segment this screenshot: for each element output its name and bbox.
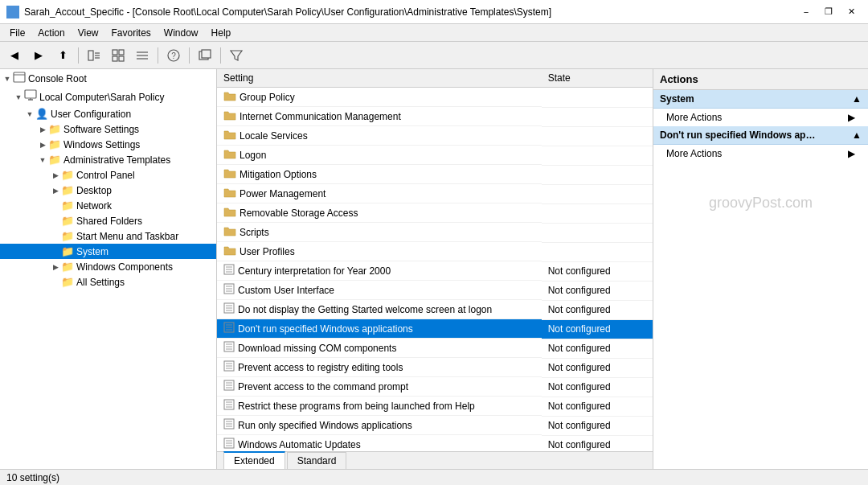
setting-cell: Locale Services: [217, 126, 542, 146]
state-cell: [542, 223, 653, 242]
setting-label: Don't run specified Windows applications: [238, 323, 413, 335]
menu-favorites[interactable]: Favorites: [105, 26, 158, 40]
tree-item-local-computer[interactable]: ▼ Local Computer\Sarah Policy: [0, 88, 216, 106]
up-button[interactable]: ⬆: [51, 45, 74, 66]
menu-action[interactable]: Action: [31, 26, 71, 40]
minimize-button[interactable]: −: [796, 4, 817, 20]
table-row[interactable]: Restrict these programs from being launc…: [217, 397, 653, 416]
table-row[interactable]: Prevent access to the command promptNot …: [217, 377, 653, 397]
view-button[interactable]: [107, 45, 129, 66]
table-row[interactable]: Century interpretation for Year 2000Not …: [217, 261, 653, 281]
tree-item-start-menu[interactable]: ▶ 📁 Start Menu and Taskbar: [0, 228, 216, 244]
tree-item-console-root[interactable]: ▼ Console Root: [0, 69, 216, 88]
back-button[interactable]: ◀: [3, 45, 26, 66]
menu-view[interactable]: View: [72, 26, 105, 40]
tree-label-shared-folders: Shared Folders: [76, 216, 142, 227]
table-row[interactable]: Internet Communication Management: [217, 107, 653, 126]
actions-system-more-actions[interactable]: More Actions ▶: [653, 109, 868, 126]
expander-local-computer[interactable]: ▼: [13, 93, 24, 101]
expander-user-config[interactable]: ▼: [24, 110, 35, 118]
table-row[interactable]: Windows Automatic UpdatesNot configured: [217, 435, 653, 451]
tree-item-admin-templates[interactable]: ▼ 📁 Administrative Templates: [0, 152, 216, 167]
table-row[interactable]: Custom User InterfaceNot configured: [217, 281, 653, 300]
table-row[interactable]: Logon: [217, 146, 653, 165]
state-cell: Not configured: [542, 300, 653, 319]
menu-help[interactable]: Help: [205, 26, 238, 40]
show-hide-tree-button[interactable]: [83, 45, 105, 66]
table-row[interactable]: Removable Storage Access: [217, 203, 653, 223]
menu-file[interactable]: File: [3, 26, 31, 40]
tree-item-shared-folders[interactable]: ▶ 📁 Shared Folders: [0, 213, 216, 228]
actions-dont-run-label: Don't run specified Windows applica...: [660, 129, 821, 141]
svg-rect-10: [113, 56, 117, 61]
setting-cell: Run only specified Windows applications: [217, 416, 542, 435]
expander-admin-templates[interactable]: ▼: [37, 156, 48, 164]
setting-cell: Restrict these programs from being launc…: [217, 397, 542, 416]
new-window-button[interactable]: [194, 45, 216, 66]
table-row[interactable]: User Profiles: [217, 242, 653, 261]
table-row[interactable]: Mitigation Options: [217, 165, 653, 184]
help-button[interactable]: ?: [162, 45, 185, 66]
details-button[interactable]: [131, 45, 154, 66]
tree-label-admin-templates: Administrative Templates: [63, 154, 170, 166]
tree-item-user-config[interactable]: ▼ 👤 User Configuration: [0, 106, 216, 121]
tree-item-software-settings[interactable]: ▶ 📁 Software Settings: [0, 121, 216, 137]
restore-button[interactable]: ❐: [818, 4, 839, 20]
svg-rect-20: [14, 72, 25, 82]
table-row[interactable]: Run only specified Windows applicationsN…: [217, 416, 653, 435]
tab-extended[interactable]: Extended: [223, 451, 285, 469]
table-row[interactable]: Download missing COM componentsNot confi…: [217, 339, 653, 358]
expander-windows-components[interactable]: ▶: [50, 263, 61, 271]
setting-label: Windows Automatic Updates: [238, 439, 361, 450]
setting-label: Prevent access to registry editing tools: [238, 362, 403, 373]
svg-rect-18: [202, 50, 211, 58]
setting-cell: Scripts: [217, 223, 542, 242]
tab-standard[interactable]: Standard: [287, 452, 347, 469]
expander-software-settings[interactable]: ▶: [37, 125, 48, 134]
setting-label: Mitigation Options: [240, 169, 317, 180]
state-cell: [542, 146, 653, 165]
setting-cell: Mitigation Options: [217, 165, 542, 184]
setting-cell: Don't run specified Windows applications: [217, 319, 542, 339]
svg-rect-3: [14, 13, 18, 17]
expander-desktop[interactable]: ▶: [50, 187, 61, 195]
tree-item-system[interactable]: ▶ 📁 System: [0, 244, 216, 259]
tree-item-windows-components[interactable]: ▶ 📁 Windows Components: [0, 259, 216, 274]
folder-icon-system: 📁: [61, 245, 74, 257]
setting-label: Power Management: [240, 188, 326, 199]
setting-list: Setting State Group PolicyInternet Commu…: [217, 69, 653, 451]
filter-button[interactable]: [225, 45, 248, 66]
table-row[interactable]: Group Policy: [217, 88, 653, 108]
tree-item-desktop[interactable]: ▶ 📁 Desktop: [0, 183, 216, 198]
setting-label: Do not display the Getting Started welco…: [238, 304, 492, 315]
forward-button[interactable]: ▶: [27, 45, 50, 66]
actions-dont-run-section-header[interactable]: Don't run specified Windows applica... ▲: [653, 126, 868, 145]
table-row[interactable]: Locale Services: [217, 126, 653, 146]
setting-label: Prevent access to the command prompt: [238, 381, 408, 393]
expander-control-panel[interactable]: ▶: [50, 171, 61, 179]
tree-item-control-panel[interactable]: ▶ 📁 Control Panel: [0, 167, 216, 183]
expander-windows-settings[interactable]: ▶: [37, 141, 48, 149]
setting-label: Restrict these programs from being launc…: [238, 401, 475, 412]
close-button[interactable]: ✕: [841, 4, 862, 20]
tree-label-software-settings: Software Settings: [63, 124, 139, 135]
table-row[interactable]: Prevent access to registry editing tools…: [217, 358, 653, 377]
tree-label-user-config: User Configuration: [51, 109, 131, 120]
table-row[interactable]: Power Management: [217, 184, 653, 203]
actions-dont-run-more-actions[interactable]: More Actions ▶: [653, 145, 868, 162]
tree-item-windows-settings[interactable]: ▶ 📁 Windows Settings: [0, 137, 216, 152]
tree-item-all-settings[interactable]: ▶ 📁 All Settings: [0, 274, 216, 290]
setting-label: Download missing COM components: [238, 343, 396, 354]
actions-system-section-header[interactable]: System ▲: [653, 90, 868, 109]
table-row[interactable]: Scripts: [217, 223, 653, 242]
setting-cell: Download missing COM components: [217, 339, 542, 358]
state-cell: Not configured: [542, 416, 653, 435]
table-row[interactable]: Don't run specified Windows applications…: [217, 319, 653, 339]
tree-label-all-settings: All Settings: [76, 277, 125, 288]
expander-console-root[interactable]: ▼: [2, 75, 13, 83]
tree-item-network[interactable]: ▶ 📁 Network: [0, 198, 216, 213]
table-row[interactable]: Do not display the Getting Started welco…: [217, 300, 653, 319]
menu-window[interactable]: Window: [158, 26, 205, 40]
setting-cell: Removable Storage Access: [217, 203, 542, 223]
watermark: groovyPost.com: [653, 162, 868, 244]
